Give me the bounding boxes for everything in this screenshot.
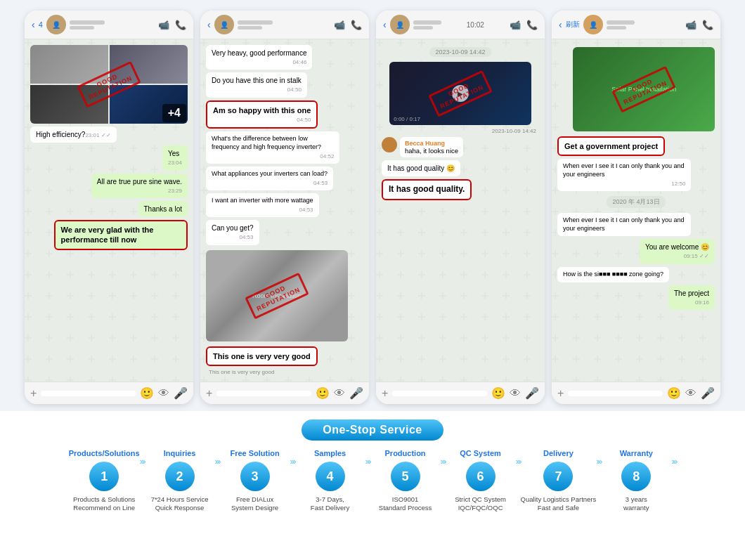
phones-section: ‹ 4 👤 📹 📞 +4 GOODREPUTATION xyxy=(0,0,745,411)
bubble-happy: Am so happy with this one 04:50 xyxy=(206,100,318,129)
arrow-6: ››› xyxy=(516,449,521,467)
phone-card-4: ‹ 刷新 👤 📹 📞 Solar Panel Installation GOOD… xyxy=(552,11,720,404)
multi-image-1: +4 GOODREPUTATION xyxy=(30,45,188,124)
phone-header-2: ‹ 👤 📹 📞 xyxy=(200,11,369,39)
bubble-govt-project: Get a government project xyxy=(557,136,665,156)
arrow-7: ››› xyxy=(596,449,601,467)
person-avatar-3 xyxy=(382,137,397,152)
person-msg-3: Becca Huang haha, it looks nice xyxy=(382,137,539,157)
emoji-icon-3[interactable]: 🙂 xyxy=(491,386,505,400)
step-circle-6: 6 xyxy=(466,462,495,491)
video-icon-2[interactable]: 📹 xyxy=(334,20,345,30)
phone-header-1: ‹ 4 👤 📹 📞 xyxy=(25,11,193,39)
header-refresh-4: 刷新 xyxy=(566,20,580,30)
mic-icon-4[interactable]: 🎤 xyxy=(701,386,715,400)
bubble-quality-text: It has good quality 😊 xyxy=(382,160,460,176)
step-label-2: Inquiries xyxy=(164,449,196,457)
play-button-3[interactable]: ▶ xyxy=(452,85,469,102)
bubble-high-eff: High efficiency?23:01 ✓✓ xyxy=(30,126,117,143)
bubble-project: The project09:16 xyxy=(668,285,715,310)
workflow-step-3: Free Solution 3 Free DIALuxSystem Desigr… xyxy=(220,449,290,513)
chat-input-1[interactable] xyxy=(41,391,136,396)
chat-body-1: +4 GOODREPUTATION High efficiency?23:01 … xyxy=(25,39,193,382)
workflow-step-6: QC System 6 Strict QC SystemIQC/FQC/OQC xyxy=(446,449,516,513)
mic-icon-2[interactable]: 🎤 xyxy=(349,386,363,400)
add-icon-4[interactable]: + xyxy=(557,387,564,400)
workflow-step-8: Warranty 8 3 yearswarranty xyxy=(601,449,671,513)
step-circle-8: 8 xyxy=(621,462,651,491)
emoji-icon-2[interactable]: 🙂 xyxy=(316,386,330,400)
back-icon-2[interactable]: ‹ xyxy=(207,19,211,30)
video-icon-4[interactable]: 📹 xyxy=(685,20,697,30)
step-label-4: Samples xyxy=(314,449,346,457)
back-icon[interactable]: ‹ xyxy=(32,19,35,30)
back-icon-3[interactable]: ‹ xyxy=(383,19,387,30)
bubble-thank-you-2: When ever I see it I can only thank you … xyxy=(557,213,691,236)
emoji-icon-1[interactable]: 🙂 xyxy=(140,386,154,400)
date-3b: 2023-10-09 14:42 xyxy=(382,128,539,134)
workflow-step-1: Products/Solutions 1 Products & Solution… xyxy=(69,449,140,513)
chat-input-3[interactable] xyxy=(392,391,487,396)
chat-footer-3: + 🙂 👁 🎤 xyxy=(376,382,545,404)
eye-icon-2[interactable]: 👁 xyxy=(334,387,345,400)
arrow-8: ››› xyxy=(671,449,676,467)
back-count: 4 xyxy=(39,20,43,29)
chat-input-4[interactable] xyxy=(568,391,663,396)
step-circle-1: 1 xyxy=(89,462,119,491)
chat-body-4: Solar Panel Installation GOODREPUTATION … xyxy=(552,39,720,382)
workflow: Products/Solutions 1 Products & Solution… xyxy=(14,449,731,513)
add-icon-2[interactable]: + xyxy=(206,387,212,400)
arrow-3: ››› xyxy=(290,449,295,467)
msg-content-3: Becca Huang haha, it looks nice xyxy=(400,137,463,157)
mic-icon-3[interactable]: 🎤 xyxy=(525,386,539,400)
video-icon[interactable]: 📹 xyxy=(158,20,169,30)
arrow-5: ››› xyxy=(441,449,446,467)
bubble-sine: All are true pure sine wave.23:29 xyxy=(91,174,188,198)
footer-text-2: This one is very very good xyxy=(206,369,274,375)
bubble-welcome: You are welcome 😊09:15 ✓✓ xyxy=(640,239,715,263)
add-icon-3[interactable]: + xyxy=(382,387,388,400)
add-icon-1[interactable]: + xyxy=(30,387,37,400)
call-icon[interactable]: 📞 xyxy=(175,20,186,30)
step-label-3: Free Solution xyxy=(230,449,279,457)
bubble-very-good: This one is very very good xyxy=(206,346,318,366)
bubble-yes: Yes23:04 xyxy=(162,145,188,170)
workflow-step-5: Production 5 ISO9001Standard Process xyxy=(370,449,441,513)
chat-footer-1: + 🙂 👁 🎤 xyxy=(25,382,193,404)
bubble-thank-you: When ever I see it I can only thank you … xyxy=(557,159,691,191)
chat-input-2[interactable] xyxy=(216,391,311,396)
time-display-3: 10:02 xyxy=(467,21,484,29)
workflow-step-2: Inquiries 2 7*24 Hours ServiceQuick Resp… xyxy=(145,449,215,513)
step-desc-1: Products & SolutionsRecommend on Line xyxy=(73,495,135,513)
eye-icon-3[interactable]: 👁 xyxy=(510,387,521,400)
video-time-3: 0:00 / 0:17 xyxy=(394,116,420,122)
chat-footer-4: + 🙂 👁 🎤 xyxy=(552,382,720,404)
phone-header-3: ‹ 👤 10:02 📹 📞 xyxy=(376,11,545,39)
call-icon-3[interactable]: 📞 xyxy=(526,20,538,30)
bubble-diff: What's the difference between low freque… xyxy=(206,131,339,164)
avatar-4: 👤 xyxy=(583,15,603,34)
chat-body-3: 2023-10-09 14:42 ▶ 0:00 / 0:17 GOODREPUT… xyxy=(376,39,545,382)
solar-image-4: Solar Panel Installation GOODREPUTATION xyxy=(573,47,715,131)
workflow-step-4: Samples 4 3-7 Days,Fast Delivery xyxy=(295,449,365,513)
service-title-wrapper: One-Stop Service xyxy=(302,419,443,441)
person-text-3: haha, it looks nice xyxy=(405,147,458,155)
back-icon-4[interactable]: ‹ xyxy=(559,19,562,30)
emoji-icon-4[interactable]: 🙂 xyxy=(667,386,681,400)
eye-icon-1[interactable]: 👁 xyxy=(158,387,169,400)
phone-card-1: ‹ 4 👤 📹 📞 +4 GOODREPUTATION xyxy=(25,11,193,404)
mic-icon-1[interactable]: 🎤 xyxy=(174,386,188,400)
step-circle-3: 3 xyxy=(240,462,270,491)
bubble-heavy: Very heavy, good performance04:46 xyxy=(206,45,312,70)
avatar-1: 👤 xyxy=(46,15,66,34)
eye-icon-4[interactable]: 👁 xyxy=(685,387,697,400)
video-block-3: ▶ 0:00 / 0:17 GOODREPUTATION xyxy=(389,62,531,125)
bubble-can-get: Can you get?04:53 xyxy=(206,220,259,245)
call-icon-4[interactable]: 📞 xyxy=(702,20,713,30)
service-title: One-Stop Service xyxy=(302,419,443,441)
call-icon-2[interactable]: 📞 xyxy=(351,20,362,30)
room-image-2: Room Installation GOODREPUTATION xyxy=(206,250,348,341)
video-icon-3[interactable]: 📹 xyxy=(510,20,521,30)
step-label-8: Warranty xyxy=(620,449,653,457)
step-desc-5: ISO9001Standard Process xyxy=(379,495,432,513)
